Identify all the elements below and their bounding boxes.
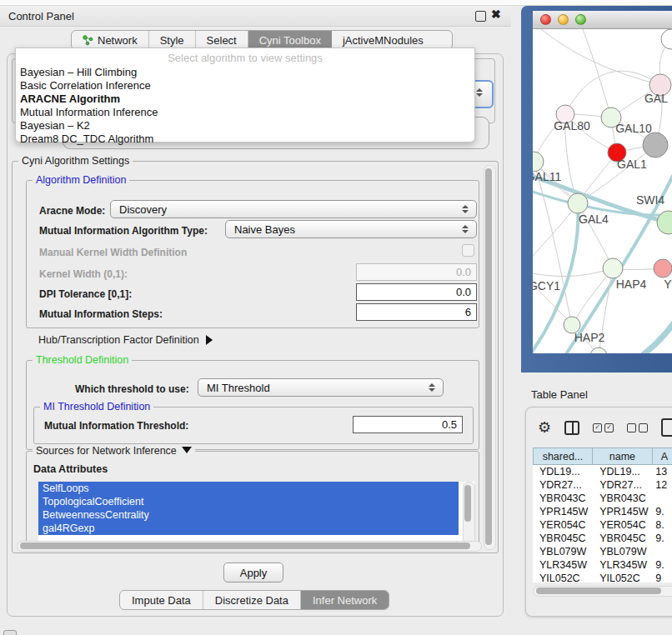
network-window-titlebar[interactable] [533,11,672,29]
algorithm-definition-title: Algorithm Definition [33,174,129,186]
split-columns-icon[interactable] [564,421,579,435]
node-label: GAL4 [579,212,609,226]
network-canvas[interactable]: GALGAL80GAL10GAL1GAL11SWI4GAL4HAP4YGCY1H… [533,29,672,353]
select-all-icon[interactable]: ✓✓ [593,423,614,432]
settings-vscrollbar[interactable] [484,165,496,550]
scrollbar-thumb[interactable] [20,542,470,549]
tab-label: jActiveMNodules [343,34,424,47]
bottom-tab-impute-data[interactable]: Impute Data [120,591,203,609]
algorithm-option[interactable]: Bayesian – Hill Climbing [16,66,474,79]
bottom-tab-infer-network[interactable]: Infer Network [301,591,389,609]
column-header-name[interactable]: name [593,448,653,465]
zoom-window-icon[interactable] [575,14,586,25]
tab-style[interactable]: Style [149,31,196,49]
table-cell: YBR045C [593,532,653,545]
table-row[interactable]: YDR27...YDR27...12 [533,478,672,492]
network-node-gal11[interactable] [533,152,544,172]
algorithm-option[interactable]: Bayesian – K2 [16,119,474,132]
close-window-icon[interactable] [540,14,551,25]
new-table-icon[interactable] [661,418,672,437]
combo-arrows-icon [461,225,469,233]
node-label: GAL [644,92,668,105]
algorithm-option[interactable]: Dream8 DC_TDC Algorithm [16,132,474,146]
network-node[interactable] [661,29,672,49]
table-row[interactable]: YDL19...YDL19...13 [533,465,672,478]
tab-cyni-toolbox[interactable]: Cyni Toolbox [248,31,332,49]
tab-jactivemnodules[interactable]: jActiveMNodules [332,31,434,49]
node-label: HAP2 [574,331,605,344]
deselect-all-icon[interactable] [627,423,648,432]
attribute-item[interactable]: TopologicalCoefficient [38,495,459,508]
table-cell: YPR145W [533,505,593,518]
network-node-gal4[interactable] [568,193,588,213]
aracne-mode-label: Aracne Mode: [39,205,105,217]
app-screen: Control Panel ✖ galFiltered.sif default … [0,0,672,635]
mi-type-combo[interactable]: Naive Bayes [225,220,477,238]
table-cell: 9 [653,572,672,582]
node-label: SWI4 [636,193,664,207]
table-cell: YIL052C [593,572,653,582]
combo-arrows-icon [461,205,469,213]
hub-definition-toggle[interactable]: Hub/Transcription Factor Definition [38,334,213,346]
algorithm-option[interactable]: ARACNE Algorithm [16,92,474,106]
minimize-window-icon[interactable] [558,14,569,25]
float-window-icon[interactable] [475,11,486,22]
close-panel-icon[interactable]: ✖ [491,8,501,21]
node-label: GAL1 [617,158,647,171]
data-attributes-list[interactable]: SelfLoopsTopologicalCoefficientBetweenne… [38,482,474,543]
tab-network[interactable]: Network [72,31,149,49]
kernel-width-field[interactable]: 0.0 [356,263,477,281]
tab-label: Select [207,34,237,47]
which-threshold-label: Which threshold to use: [75,383,189,395]
dpi-tolerance-field[interactable]: 0.0 [356,283,477,301]
table-cell: YBR045C [533,532,593,545]
attribute-item[interactable]: BetweennessCentrality [38,508,459,522]
bottom-tab-discretize-data[interactable]: Discretize Data [203,591,301,609]
manual-kernel-checkbox[interactable] [462,244,474,257]
table-row[interactable]: YBR043CYBR043C [533,492,672,505]
table-hscrollbar[interactable] [533,586,672,597]
data-attributes-label: Data Attributes [33,463,108,475]
table-row[interactable]: YLR345WYLR345W9. [533,558,672,572]
attribute-item[interactable]: gal4RGexp [38,522,459,535]
tab-select[interactable]: Select [196,31,248,49]
network-node[interactable] [643,132,668,158]
attribute-item[interactable]: SelfLoops [38,482,459,495]
apply-button[interactable]: Apply [223,562,283,582]
table-row[interactable]: YBL079WYBL079W [533,545,672,558]
scrollbar-thumb[interactable] [485,168,492,545]
table-cell: YER054C [593,518,653,532]
column-header-shared...[interactable]: shared... [533,448,593,465]
table-header-row: shared...nameA [533,448,672,465]
aracne-mode-combo[interactable]: Discovery [110,200,477,218]
table-cell: YER054C [533,518,593,532]
network-node-y[interactable] [654,259,672,278]
cyni-settings-title: Cyni Algorithm Settings [18,155,133,167]
table-row[interactable]: YIL052CYIL052C9 [533,572,672,582]
table-cell: YBL079W [533,545,593,558]
collapse-down-icon [182,447,192,453]
settings-hscrollbar[interactable] [17,541,482,552]
mi-threshold-title: MI Threshold Definition [40,401,153,412]
scrollbar-thumb[interactable] [464,485,471,522]
which-threshold-combo[interactable]: MI Threshold [198,378,444,397]
algorithm-option[interactable]: Basic Correlation Inference [16,79,474,92]
which-threshold-value: MI Threshold [198,382,428,394]
table-row[interactable]: YPR145WYPR145W9. [533,505,672,518]
table-row[interactable]: YBR045CYBR045C9. [533,532,672,545]
mi-type-value: Naive Bayes [226,223,461,236]
network-node-hap4[interactable] [603,258,623,278]
gear-icon[interactable]: ⚙ [538,420,551,435]
column-header-A[interactable]: A [653,448,672,465]
mi-threshold-field[interactable]: 0.5 [353,416,463,433]
attributes-vscrollbar[interactable] [463,482,475,545]
tab-label: Cyni Toolbox [259,34,321,47]
node-label: HAP4 [616,278,647,291]
table-row[interactable]: YER054CYER054C8. [533,518,672,532]
algorithm-option[interactable]: Mutual Information Inference [16,106,474,119]
mi-steps-field[interactable]: 6 [356,303,477,321]
network-edges-teal [533,154,672,353]
sources-title[interactable]: Sources for Network Inference [33,445,195,457]
panel-grip-icon[interactable] [3,630,17,635]
scrollbar-thumb[interactable] [536,588,661,594]
